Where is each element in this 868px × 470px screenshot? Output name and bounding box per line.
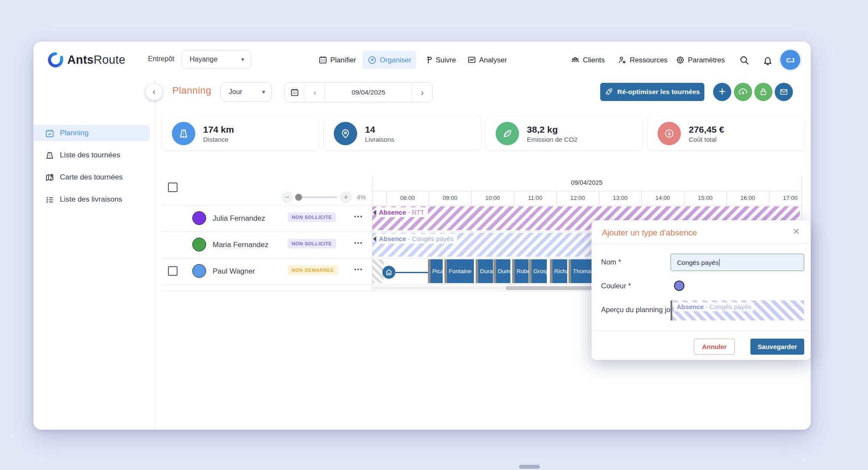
cloud-download-button[interactable] xyxy=(734,83,752,101)
notifications-bell-icon[interactable] xyxy=(761,53,775,67)
caret-down-icon: ▾ xyxy=(262,88,265,96)
route-stop[interactable]: Picard xyxy=(428,259,443,283)
calendar-picker-button[interactable] xyxy=(285,83,305,102)
plus-icon: + xyxy=(719,85,726,99)
route-stop[interactable]: Dumont xyxy=(493,259,510,283)
nav-parametres[interactable]: Paramètres xyxy=(676,51,725,69)
view-mode-select[interactable]: Jour ▾ xyxy=(220,82,272,101)
search-icon[interactable] xyxy=(737,53,751,67)
modal-title: Ajouter un type d'absence xyxy=(602,228,697,238)
reoptimize-button[interactable]: Ré-optimiser les tournées xyxy=(600,83,704,101)
row-separator xyxy=(162,232,372,232)
antsroute-logo-icon xyxy=(48,52,63,68)
road-icon xyxy=(172,122,195,145)
color-swatch[interactable] xyxy=(674,281,684,291)
calendar-icon xyxy=(319,55,327,64)
sidebar-item-carte-tournees[interactable]: Carte des tournées xyxy=(33,169,150,186)
warehouse-label: Entrepôt xyxy=(148,55,174,63)
sidebar-item-liste-tournees[interactable]: Liste des tournées xyxy=(33,147,150,163)
bar-start-marker[interactable] xyxy=(373,236,376,242)
route-travel-line xyxy=(395,272,431,273)
sidebar-item-label: Liste des tournées xyxy=(60,151,120,160)
route-stop[interactable]: Thomas xyxy=(569,259,592,283)
caret-down-icon: ▾ xyxy=(241,55,244,63)
row-menu-button[interactable]: ⋯ xyxy=(354,211,363,222)
zoom-slider-thumb[interactable] xyxy=(295,194,302,201)
close-icon[interactable]: ✕ xyxy=(792,226,800,237)
nav-tab-label: Suivre xyxy=(436,56,456,64)
mail-button[interactable] xyxy=(775,83,793,101)
resource-name[interactable]: Maria Fernandez xyxy=(213,241,269,249)
nav-ressources[interactable]: Ressources xyxy=(618,51,667,69)
warehouse-select[interactable]: Hayange ▾ xyxy=(181,50,251,69)
color-field-label: Couleur * xyxy=(601,282,631,290)
name-field-label: Nom * xyxy=(601,258,621,266)
person-gear-icon xyxy=(618,55,627,65)
stop-label: Thomas xyxy=(571,259,592,283)
nav-tab-label: Planifier xyxy=(330,56,356,64)
stat-value: 174 km xyxy=(203,124,234,135)
chevron-left-icon: ‹ xyxy=(313,87,316,98)
sidebar-item-label: Carte des tournées xyxy=(60,173,123,182)
row-menu-button[interactable]: ⋯ xyxy=(354,264,363,274)
cancel-button[interactable]: Annuler xyxy=(694,339,735,355)
cost-icon xyxy=(658,122,681,145)
add-button[interactable]: + xyxy=(713,83,731,101)
nav-tab-planifier[interactable]: Planifier xyxy=(313,51,362,69)
nav-tab-analyser[interactable]: Analyser xyxy=(462,51,512,69)
resource-name[interactable]: Julia Fernandez xyxy=(213,214,265,223)
chevron-right-icon: › xyxy=(421,87,424,98)
stat-label: Emission de CO2 xyxy=(527,136,578,143)
stop-label: Grosjean xyxy=(532,259,547,283)
people-icon xyxy=(571,55,580,65)
rocket-icon xyxy=(605,88,613,96)
text-cursor xyxy=(719,259,720,266)
stat-value: 38,2 kg xyxy=(527,124,578,135)
sidebar-collapse-button[interactable]: ‹ xyxy=(146,84,162,100)
route-stop[interactable]: Fontaine xyxy=(444,259,474,283)
timeline-date: 09/04/2025 xyxy=(372,179,802,186)
row-separator xyxy=(162,205,372,206)
nav-tab-suivre[interactable]: Suivre xyxy=(419,51,461,69)
route-stop[interactable]: Robert xyxy=(512,259,529,283)
plus-icon: + xyxy=(343,193,348,202)
nav-clients[interactable]: Clients xyxy=(571,51,605,69)
prev-day-button[interactable]: ‹ xyxy=(305,83,325,102)
sidebar-item-label: Planning xyxy=(60,129,89,137)
stat-label: Livraisons xyxy=(365,136,395,143)
row-checkbox[interactable] xyxy=(168,266,178,276)
depot-home-icon[interactable] xyxy=(382,266,395,279)
select-all-checkbox[interactable] xyxy=(168,183,178,192)
resource-name[interactable]: Paul Wagner xyxy=(213,267,255,276)
absence-name-input[interactable]: Congés payés xyxy=(671,254,804,271)
bar-start-marker[interactable] xyxy=(373,210,376,215)
leaf-icon xyxy=(496,122,519,145)
row-menu-button[interactable]: ⋯ xyxy=(354,238,363,248)
preshift-hatch xyxy=(372,259,384,283)
status-badge: NON SOLLICITE xyxy=(288,212,336,222)
gear-icon xyxy=(676,55,685,65)
status-badge: NON SOLLICITE xyxy=(288,239,336,248)
modal-footer-divider xyxy=(592,330,811,331)
nav-tab-organiser[interactable]: Organiser xyxy=(362,51,416,69)
zoom-out-button[interactable]: − xyxy=(281,191,293,203)
add-absence-type-modal: Ajouter un type d'absence ✕ Nom * Congés… xyxy=(592,220,811,360)
user-avatar[interactable]: CJ xyxy=(780,50,800,70)
minus-icon: − xyxy=(285,193,289,202)
lock-button[interactable] xyxy=(754,83,773,101)
save-button[interactable]: Sauvegarder xyxy=(750,339,804,355)
stop-label: Richard xyxy=(552,259,567,283)
route-stop[interactable]: Durand xyxy=(476,259,493,283)
route-stop[interactable]: Grosjean xyxy=(529,259,547,283)
next-day-button[interactable]: › xyxy=(412,83,432,102)
sidebar-item-liste-livraisons[interactable]: Liste des livraisons xyxy=(33,191,150,208)
nav-right-label: Ressources xyxy=(630,56,667,64)
sidebar-item-label: Liste des livraisons xyxy=(60,195,122,204)
stat-value: 14 xyxy=(365,124,395,135)
route-stop[interactable]: Richard xyxy=(550,259,567,283)
signpost-icon xyxy=(424,55,433,64)
zoom-in-button[interactable]: + xyxy=(340,191,352,203)
current-date[interactable]: 09/04/2025 xyxy=(325,83,412,102)
road-icon xyxy=(45,151,54,160)
sidebar-item-planning[interactable]: Planning xyxy=(33,125,150,141)
